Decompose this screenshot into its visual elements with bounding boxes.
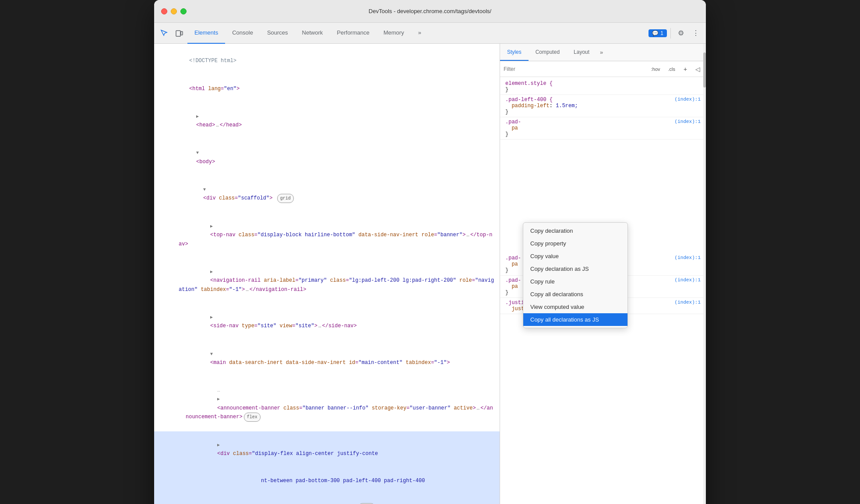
svg-rect-0 <box>176 31 180 36</box>
context-menu: Copy declaration Copy property Copy valu… <box>523 222 628 328</box>
css-source[interactable]: (index):1 <box>675 97 701 102</box>
html-line[interactable]: ▼ <div class="scaffold"> grid <box>154 175 500 212</box>
more-options-button[interactable]: ⋮ <box>689 27 702 40</box>
css-selector[interactable]: element.style { <box>505 80 553 87</box>
tab-performance[interactable]: Performance <box>330 23 376 44</box>
tab-network[interactable]: Network <box>295 23 330 44</box>
context-menu-copy-value[interactable]: Copy value <box>523 250 627 262</box>
css-source[interactable]: (index):1 <box>675 300 701 305</box>
styles-scrollbar-thumb[interactable] <box>703 52 706 88</box>
css-selector[interactable]: .pad- <box>505 119 521 125</box>
tab-computed[interactable]: Computed <box>529 44 567 61</box>
devtools-toolbar: Elements Console Sources Network Perform… <box>154 23 706 44</box>
chat-button[interactable]: 💬 1 <box>649 29 667 37</box>
context-menu-copy-rule[interactable]: Copy rule <box>523 275 627 288</box>
html-tag: <html <box>189 86 208 92</box>
add-style-button[interactable]: + <box>680 64 690 74</box>
tab-console[interactable]: Console <box>225 23 260 44</box>
css-selector[interactable]: .pad-left-400 { <box>505 97 553 103</box>
tab-sources[interactable]: Sources <box>260 23 295 44</box>
css-property[interactable]: pa <box>511 261 518 267</box>
css-value[interactable]: 1.5rem; <box>556 103 578 109</box>
css-source[interactable]: (index):1 <box>675 277 701 283</box>
styles-more-tabs[interactable]: » <box>596 44 606 61</box>
html-line-selected[interactable]: ▶ <div class="display-flex align-center … <box>154 431 500 504</box>
grid-badge[interactable]: grid <box>277 194 294 203</box>
title-bar: DevTools - developer.chrome.com/tags/dev… <box>154 0 706 23</box>
toolbar-divider <box>670 28 671 38</box>
flex-badge[interactable]: flex <box>244 413 261 422</box>
context-menu-copy-declaration[interactable]: Copy declaration <box>523 224 627 237</box>
chat-count: 1 <box>660 30 663 36</box>
traffic-lights <box>161 8 187 14</box>
css-rule-pad-left-400: .pad-left-400 { (index):1 padding-left: … <box>500 95 706 117</box>
styles-tabs: Styles Computed Layout » <box>500 44 706 61</box>
css-rule-pad-2: .pad- (index):1 pa } Copy declaration Co… <box>500 117 706 140</box>
css-source[interactable]: (index):1 <box>675 255 701 260</box>
css-property[interactable]: pa <box>511 284 518 290</box>
device-icon <box>175 29 183 37</box>
hov-filter-button[interactable]: :hov <box>649 66 663 73</box>
tab-layout[interactable]: Layout <box>567 44 596 61</box>
device-toggle-button[interactable] <box>173 27 186 40</box>
context-menu-copy-all-js[interactable]: Copy all declarations as JS <box>523 313 627 326</box>
html-line[interactable]: … ▶ <announcement-banner class="banner b… <box>154 377 500 431</box>
svg-rect-1 <box>181 32 183 35</box>
html-line[interactable]: ▶ <side-nav type="site" view="site">…</s… <box>154 304 500 340</box>
html-line[interactable]: <!DOCTYPE html> <box>154 47 500 75</box>
styles-filter-bar: :hov .cls + ◁ <box>500 61 706 77</box>
close-button[interactable] <box>161 8 167 14</box>
inspect-icon <box>160 29 168 37</box>
minimize-button[interactable] <box>171 8 177 14</box>
devtools-window: DevTools - developer.chrome.com/tags/dev… <box>154 0 706 504</box>
settings-button[interactable]: ⚙ <box>674 27 687 40</box>
tab-elements[interactable]: Elements <box>187 23 225 44</box>
css-property[interactable]: padding-left <box>511 103 549 109</box>
tab-styles[interactable]: Styles <box>500 44 529 61</box>
window-title: DevTools - developer.chrome.com/tags/dev… <box>161 8 699 14</box>
html-line[interactable]: ▶ <navigation-rail aria-label="primary" … <box>154 258 500 304</box>
elements-panel: <!DOCTYPE html> <html lang="en"> ▶ <head… <box>154 44 500 504</box>
maximize-button[interactable] <box>180 8 187 14</box>
toolbar-right: 💬 1 ⚙ ⋮ <box>649 27 702 40</box>
doctype-text: <!DOCTYPE html> <box>189 58 236 64</box>
html-line[interactable]: ▶ <head>…</head> <box>154 102 500 139</box>
context-menu-copy-all-declarations[interactable]: Copy all declarations <box>523 288 627 301</box>
css-selector[interactable]: .pad- <box>505 255 521 261</box>
styles-content: element.style { } .pad-left-400 { (index… <box>500 77 706 504</box>
css-selector[interactable]: .pad- <box>505 277 521 284</box>
cls-filter-button[interactable]: .cls <box>666 66 678 73</box>
css-source[interactable]: (index):1 <box>675 119 701 124</box>
styles-scrollbar[interactable] <box>703 44 706 504</box>
html-line[interactable]: ▼ <main data-search-inert data-side-nav-… <box>154 340 500 377</box>
inspect-element-button[interactable] <box>158 27 171 40</box>
context-menu-copy-declaration-js[interactable]: Copy declaration as JS <box>523 262 627 275</box>
tab-more[interactable]: » <box>411 23 428 44</box>
styles-filter-input[interactable] <box>504 64 646 74</box>
tab-memory[interactable]: Memory <box>377 23 411 44</box>
chat-icon: 💬 <box>652 30 659 36</box>
devtools-main: <!DOCTYPE html> <html lang="en"> ▶ <head… <box>154 44 706 504</box>
html-line[interactable]: <html lang="en"> <box>154 75 500 102</box>
html-line[interactable]: ▶ <top-nav class="display-block hairline… <box>154 213 500 258</box>
css-property[interactable]: pa <box>511 125 518 131</box>
sidebar-toggle-button[interactable]: ◁ <box>693 64 702 74</box>
styles-panel: Styles Computed Layout » :hov .cls + ◁ <box>500 44 706 504</box>
main-tabs: Elements Console Sources Network Perform… <box>187 23 647 44</box>
html-line[interactable]: ▼ <body> <box>154 139 500 176</box>
context-menu-view-computed[interactable]: View computed value <box>523 301 627 313</box>
styles-panel-container: Styles Computed Layout » :hov .cls + ◁ <box>500 44 706 504</box>
context-menu-copy-property[interactable]: Copy property <box>523 237 627 250</box>
elements-content[interactable]: <!DOCTYPE html> <html lang="en"> ▶ <head… <box>154 44 500 504</box>
css-rule-element-style: element.style { } <box>500 79 706 95</box>
